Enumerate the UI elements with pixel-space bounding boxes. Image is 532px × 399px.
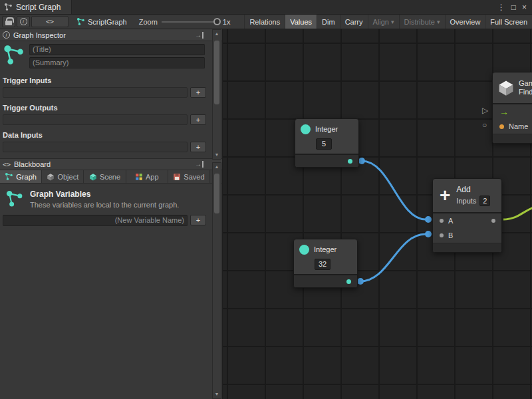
dock-arrow-icon[interactable]: → bbox=[195, 161, 203, 168]
inputs-count-field[interactable]: 2 bbox=[479, 196, 490, 206]
flow-arrow-icon: → bbox=[499, 106, 509, 117]
value-output-port-icon[interactable]: ○ bbox=[482, 120, 487, 130]
node-title-line2: Find bbox=[519, 88, 532, 96]
port-row-a[interactable]: A bbox=[433, 213, 501, 228]
zoom-value: 1x bbox=[223, 18, 231, 26]
empty-list bbox=[3, 87, 188, 98]
scrollbar-thumb[interactable] bbox=[214, 41, 219, 104]
saved-icon bbox=[173, 173, 181, 181]
port-row-b[interactable]: B bbox=[433, 228, 501, 243]
fullscreen-button[interactable]: Full Screen bbox=[485, 15, 532, 29]
gameobject-cube-icon bbox=[497, 79, 515, 96]
script-graph-icon bbox=[76, 17, 85, 26]
control-input-port-icon[interactable]: ▷ bbox=[482, 106, 488, 115]
values-button[interactable]: Values bbox=[285, 15, 317, 29]
value-port[interactable] bbox=[348, 159, 352, 164]
node-gameobject-find[interactable]: Game Find → Name bbox=[492, 72, 532, 144]
lock-button[interactable] bbox=[2, 16, 15, 27]
relations-button[interactable]: Relations bbox=[244, 15, 285, 29]
toolbar-buttons: Relations Values Dim Carry Align▾ Distri… bbox=[244, 15, 532, 29]
integer-value-field[interactable]: 5 bbox=[316, 138, 332, 150]
node-integer-5[interactable]: Integer 5 bbox=[295, 118, 359, 168]
graph-meta: (Title) (Summary) bbox=[0, 41, 222, 71]
port-dot-input-a[interactable] bbox=[425, 216, 432, 223]
input-port-b[interactable] bbox=[440, 233, 444, 237]
cube-icon bbox=[47, 173, 55, 181]
scrollbar-thumb[interactable] bbox=[214, 174, 219, 213]
graph-variables-title: Graph Variables bbox=[30, 190, 179, 199]
tab-app[interactable]: App bbox=[126, 170, 168, 183]
integer-value-field[interactable]: 32 bbox=[315, 259, 331, 270]
tab-object[interactable]: Object bbox=[42, 170, 84, 183]
graph-name-label: ScriptGraph bbox=[88, 18, 127, 26]
trigger-outputs-list: + bbox=[3, 114, 219, 125]
new-variable-row: (New Variable Name) + bbox=[3, 215, 219, 226]
align-button[interactable]: Align▾ bbox=[368, 15, 399, 29]
zoom-slider[interactable] bbox=[162, 21, 219, 23]
port-dot-output[interactable] bbox=[358, 158, 365, 164]
tab-graph[interactable]: Graph bbox=[0, 170, 42, 183]
add-data-input-button[interactable]: + bbox=[190, 142, 206, 152]
edit-script-button[interactable]: <> bbox=[31, 16, 68, 27]
add-trigger-input-button[interactable]: + bbox=[190, 87, 206, 98]
chevron-down-icon: ▾ bbox=[437, 19, 440, 25]
inspector-title: Graph Inspector bbox=[13, 31, 66, 39]
node-add[interactable]: + Add Inputs 2 A B bbox=[432, 178, 502, 253]
port-dot-output[interactable] bbox=[357, 278, 364, 285]
string-port-dot[interactable] bbox=[499, 124, 504, 129]
tab-saved[interactable]: Saved bbox=[168, 170, 210, 183]
tab-scene[interactable]: Scene bbox=[84, 170, 126, 183]
trigger-outputs-label: Trigger Outputs bbox=[0, 98, 222, 114]
inspector-scrollbar[interactable]: ▲ ▼ bbox=[212, 29, 221, 160]
summary-input[interactable]: (Summary) bbox=[29, 57, 205, 68]
new-variable-input[interactable]: (New Variable Name) bbox=[3, 215, 188, 226]
distribute-button[interactable]: Distribute▾ bbox=[399, 15, 445, 29]
graph-toolbar: i <> ScriptGraph Zoom 1x Relations Value… bbox=[0, 15, 532, 29]
blackboard-scrollbar[interactable]: ▲ ▼ bbox=[212, 162, 221, 399]
graph-name[interactable]: ScriptGraph bbox=[76, 17, 127, 26]
overview-button[interactable]: Overview bbox=[445, 15, 485, 29]
window-menu-icon[interactable]: ⋮ bbox=[497, 3, 505, 12]
scroll-up-icon[interactable]: ▲ bbox=[213, 30, 221, 38]
dim-button[interactable]: Dim bbox=[317, 15, 340, 29]
window-controls: ⋮ □ × bbox=[497, 0, 532, 14]
port-a-label: A bbox=[448, 217, 453, 225]
lock-icon bbox=[5, 21, 12, 25]
port-dot-input-b[interactable] bbox=[425, 231, 432, 237]
tab-script-graph[interactable]: Script Graph bbox=[0, 0, 72, 14]
graph-canvas[interactable]: Integer 5 Integer 32 + Add Inputs 2 bbox=[223, 29, 532, 399]
node-integer-32[interactable]: Integer 32 bbox=[293, 239, 358, 288]
node-title: Integer bbox=[315, 125, 338, 133]
input-port-a[interactable] bbox=[440, 219, 444, 223]
inputs-label: Inputs bbox=[456, 197, 476, 205]
close-icon[interactable]: × bbox=[522, 3, 527, 12]
scroll-down-icon[interactable]: ▼ bbox=[213, 390, 221, 398]
scrollbar-track[interactable] bbox=[213, 38, 221, 151]
flow-port-row[interactable]: → bbox=[493, 104, 532, 119]
graph-variables-subtitle: These variables are local to the current… bbox=[30, 201, 179, 209]
title-input[interactable]: (Title) bbox=[29, 44, 205, 55]
add-variable-button[interactable]: + bbox=[190, 215, 206, 225]
scroll-up-icon[interactable]: ▲ bbox=[213, 163, 221, 171]
trigger-inputs-label: Trigger Inputs bbox=[0, 71, 222, 86]
maximize-icon[interactable]: □ bbox=[511, 3, 516, 12]
empty-list bbox=[3, 114, 188, 125]
info-icon: i bbox=[20, 18, 27, 25]
inspect-button[interactable]: i bbox=[17, 16, 30, 27]
scrollbar-track[interactable] bbox=[213, 171, 221, 390]
add-trigger-output-button[interactable]: + bbox=[190, 114, 206, 125]
value-port[interactable] bbox=[346, 279, 351, 284]
wire-integer32-to-b bbox=[360, 234, 426, 281]
zoom-slider-knob[interactable] bbox=[213, 18, 221, 25]
name-port-row[interactable]: Name bbox=[493, 119, 532, 134]
scroll-down-icon[interactable]: ▼ bbox=[213, 151, 221, 159]
dock-arrow-icon[interactable]: → bbox=[195, 32, 203, 39]
node-title: Integer bbox=[314, 245, 336, 253]
output-port-sum[interactable] bbox=[491, 219, 495, 223]
tab-title: Script Graph bbox=[16, 3, 61, 12]
graph-inspector-header[interactable]: i Graph Inspector → bbox=[0, 29, 222, 41]
blackboard-header[interactable]: <> Blackboard → bbox=[0, 158, 222, 170]
carry-button[interactable]: Carry bbox=[340, 15, 368, 29]
integer-type-icon bbox=[299, 245, 309, 255]
node-footer bbox=[493, 134, 532, 143]
